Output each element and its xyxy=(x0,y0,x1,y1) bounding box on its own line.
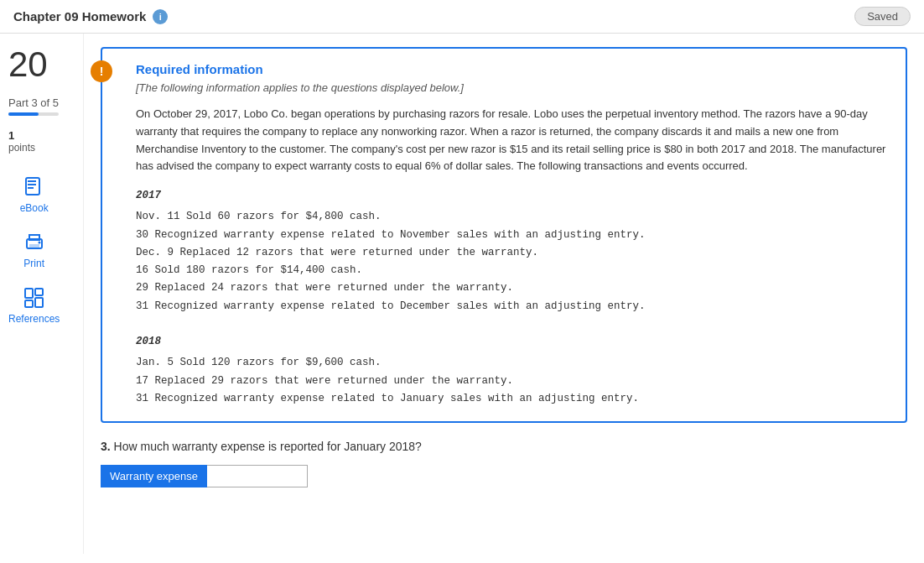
question-section: 3. How much warranty expense is reported… xyxy=(101,440,907,487)
transaction-line: Jan. 5 Sold 120 razors for $9,600 cash. xyxy=(136,354,889,372)
references-tool[interactable]: References xyxy=(8,286,60,325)
part-label: Part 3 of 5 xyxy=(8,96,59,109)
svg-rect-10 xyxy=(35,289,43,295)
transaction-line: 16 Sold 180 razors for $14,400 cash. xyxy=(136,262,889,279)
year-2018-heading: 2018 xyxy=(136,333,889,351)
answer-label: Warranty expense xyxy=(101,465,207,487)
question-number-label: 3. xyxy=(101,440,111,453)
points-section: 1 points xyxy=(8,129,35,154)
part-info: Part 3 of 5 xyxy=(8,96,59,116)
page-title: Chapter 09 Homework xyxy=(13,9,146,23)
print-tool[interactable]: Print xyxy=(8,231,60,269)
transactions-section: 2017 Nov. 11 Sold 60 razors for $4,800 c… xyxy=(136,187,889,408)
svg-rect-5 xyxy=(29,235,39,240)
main-layout: 20 Part 3 of 5 1 points xyxy=(0,34,924,554)
print-icon xyxy=(23,231,46,254)
references-label: References xyxy=(8,313,60,325)
transaction-line: 17 Replaced 29 razors that were returned… xyxy=(136,373,889,390)
svg-rect-2 xyxy=(28,184,36,185)
svg-rect-8 xyxy=(25,289,33,298)
top-header: Chapter 09 Homework i Saved xyxy=(0,0,924,34)
answer-input[interactable] xyxy=(207,465,308,487)
info-box: ! Required information [The following in… xyxy=(101,47,907,423)
header-title-group: Chapter 09 Homework i xyxy=(13,9,168,24)
svg-rect-6 xyxy=(29,244,39,248)
transaction-line: 29 Replaced 24 razors that were returned… xyxy=(136,279,889,297)
sidebar-tools: eBook Print References xyxy=(8,175,60,325)
svg-point-7 xyxy=(38,242,40,244)
transaction-line: 31 Recognized warranty expense related t… xyxy=(136,390,889,408)
transactions-2018: Jan. 5 Sold 120 razors for $9,600 cash. … xyxy=(136,354,889,408)
italic-note: [The following information applies to th… xyxy=(136,81,889,94)
ebook-icon xyxy=(23,175,46,199)
svg-rect-11 xyxy=(35,298,43,307)
info-icon[interactable]: i xyxy=(153,9,168,24)
points-value: 1 xyxy=(8,129,35,142)
sidebar: 20 Part 3 of 5 1 points xyxy=(0,34,84,554)
svg-rect-3 xyxy=(28,187,34,189)
info-body: On October 29, 2017, Lobo Co. began oper… xyxy=(136,106,889,175)
ebook-tool[interactable]: eBook xyxy=(8,175,60,214)
progress-bar xyxy=(8,112,59,116)
saved-badge: Saved xyxy=(854,7,911,26)
svg-rect-1 xyxy=(28,180,36,182)
question-number: 20 xyxy=(8,47,48,82)
transaction-line: 30 Recognized warranty expense related t… xyxy=(136,227,889,244)
transactions-2017: Nov. 11 Sold 60 razors for $4,800 cash. … xyxy=(136,208,889,315)
content-area: ! Required information [The following in… xyxy=(84,34,924,554)
exclamation-badge: ! xyxy=(91,60,112,82)
transaction-line: 31 Recognized warranty expense related t… xyxy=(136,298,889,315)
question-text: 3. How much warranty expense is reported… xyxy=(101,440,907,453)
year-2017-heading: 2017 xyxy=(136,187,889,205)
progress-bar-fill xyxy=(8,112,39,116)
transaction-line: Nov. 11 Sold 60 razors for $4,800 cash. xyxy=(136,208,889,226)
part-of: of 5 xyxy=(40,96,59,109)
points-label: points xyxy=(8,142,35,154)
references-icon xyxy=(23,286,46,310)
question-body: How much warranty expense is reported fo… xyxy=(114,440,422,453)
print-label: Print xyxy=(23,258,44,269)
answer-row: Warranty expense xyxy=(101,465,907,487)
required-info-title: Required information xyxy=(136,62,889,76)
ebook-label: eBook xyxy=(20,202,49,214)
transaction-line: Dec. 9 Replaced 12 razors that were retu… xyxy=(136,244,889,262)
svg-rect-9 xyxy=(25,300,33,307)
